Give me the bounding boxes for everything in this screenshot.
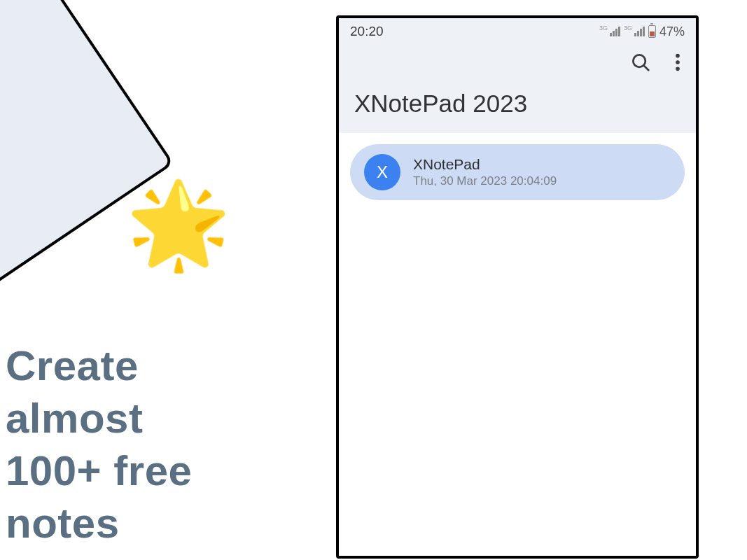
note-avatar: X — [364, 154, 400, 190]
note-item[interactable]: X XNotePad Thu, 30 Mar 2023 20:04:09 — [350, 144, 685, 200]
status-indicators: 3G 3G 47% — [599, 24, 685, 39]
sparkle-star-icon: 🌟 — [126, 182, 231, 266]
marketing-line: almost — [6, 392, 192, 444]
note-body: XNotePad Thu, 30 Mar 2023 20:04:09 — [413, 156, 557, 188]
battery-percent: 47% — [659, 24, 685, 39]
signal-icon — [634, 27, 645, 36]
phone-frame: 20:20 3G 3G 47% — [336, 15, 699, 559]
svg-point-4 — [676, 67, 680, 71]
toolbar — [339, 42, 696, 78]
status-bar: 20:20 3G 3G 47% — [339, 18, 696, 42]
search-icon[interactable] — [630, 52, 651, 73]
marketing-line: notes — [6, 497, 192, 550]
marketing-line: 100+ free — [6, 444, 192, 497]
app-title: XNotePad 2023 — [339, 78, 696, 126]
network-label-1: 3G — [599, 24, 608, 31]
note-date: Thu, 30 Mar 2023 20:04:09 — [413, 174, 557, 188]
phone-header: 20:20 3G 3G 47% — [339, 18, 696, 133]
note-title: XNotePad — [413, 156, 557, 173]
network-label-2: 3G — [624, 24, 632, 31]
signal-icon — [610, 27, 620, 36]
notes-list[interactable]: X XNotePad Thu, 30 Mar 2023 20:04:09 — [339, 133, 696, 556]
svg-line-1 — [643, 65, 648, 70]
marketing-headline: Create almost 100+ free notes — [6, 340, 192, 550]
battery-icon — [648, 25, 656, 38]
more-menu-icon[interactable] — [675, 52, 680, 72]
status-time: 20:20 — [350, 24, 384, 39]
svg-point-3 — [676, 60, 680, 64]
marketing-line: Create — [6, 340, 192, 392]
svg-point-2 — [676, 54, 680, 58]
